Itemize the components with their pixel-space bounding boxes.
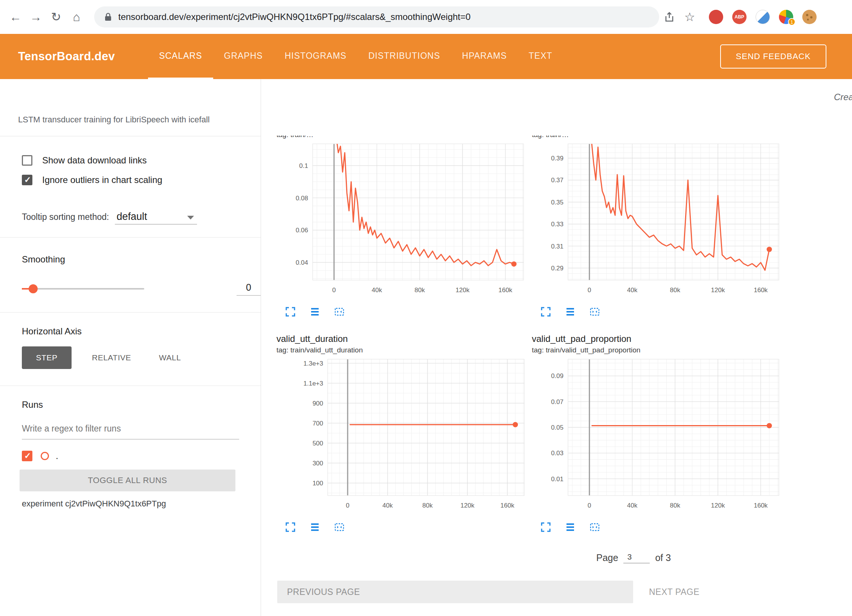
tooltip-sorting-dropdown[interactable]: default [115,211,197,224]
svg-text:700: 700 [313,420,323,427]
experiment-id: experiment cj2vtPiwQHKN9Q1tx6PTpg [22,499,261,509]
svg-text:300: 300 [313,460,323,467]
svg-text:0: 0 [588,502,591,509]
forward-icon[interactable]: → [26,7,46,27]
fit-domain-icon[interactable] [589,521,600,533]
svg-text:1.3e+3: 1.3e+3 [304,360,323,367]
chart-tag: tag: train/… [532,136,780,140]
svg-text:0.09: 0.09 [551,372,563,380]
created-row: Crea [261,79,852,136]
page-number-input[interactable] [623,552,650,563]
svg-text:120k: 120k [461,502,475,509]
chart-plot[interactable]: 0.090.070.050.030.01040k80k120k160k [532,355,780,514]
svg-text:40k: 40k [372,287,382,294]
smoothing-slider[interactable] [22,288,144,290]
run-color-swatch [41,452,49,460]
chart-card: tag: train/… 0.390.370.350.330.310.29040… [532,136,780,319]
share-icon[interactable] [659,7,679,27]
expand-chart-icon[interactable] [285,521,296,533]
svg-text:0.03: 0.03 [551,450,563,457]
data-list-icon[interactable] [309,306,321,317]
tab-scalars[interactable]: SCALARS [148,34,213,79]
home-icon[interactable]: ⌂ [66,7,87,27]
svg-text:40k: 40k [627,287,638,294]
blue-extension-icon[interactable] [756,10,770,24]
charts-scroll-area[interactable]: tag: train/… 0.10.080.060.04040k80k120k1… [261,136,852,616]
tab-distributions[interactable]: DISTRIBUTIONS [357,34,451,79]
svg-text:160k: 160k [498,287,512,294]
svg-text:40k: 40k [627,502,638,509]
tab-histograms[interactable]: HISTOGRAMS [274,34,357,79]
runs-filter-input[interactable] [22,420,239,439]
svg-text:0.05: 0.05 [551,424,563,431]
previous-page-button[interactable]: PREVIOUS PAGE [277,581,633,603]
show-download-links-label: Show data download links [42,155,147,166]
svg-text:0.31: 0.31 [551,243,563,250]
back-icon[interactable]: ← [5,7,26,27]
lock-icon [104,12,112,22]
ignore-outliers-row[interactable]: Ignore outliers in chart scaling [22,175,261,185]
abp-extension-icon[interactable]: ABP [732,10,747,24]
svg-text:0.37: 0.37 [551,177,563,184]
smoothing-label: Smoothing [22,254,261,265]
expand-chart-icon[interactable] [285,306,296,317]
svg-text:500: 500 [313,440,323,447]
svg-text:160k: 160k [754,287,768,294]
horizontal-axis-buttons: STEP RELATIVE WALL [22,346,261,369]
data-list-icon[interactable] [565,306,576,317]
cookie-extension-icon[interactable] [802,10,817,24]
ignore-outliers-label: Ignore outliers in chart scaling [42,175,162,185]
chart-plot[interactable]: 1.3e+31.1e+3900700500300100040k80k120k16… [276,355,525,514]
chart-plot[interactable]: 0.10.080.060.04040k80k120k160k [276,140,525,298]
smoothing-value-field[interactable]: 0 [237,282,261,296]
reload-icon[interactable]: ↻ [46,7,66,27]
data-list-icon[interactable] [565,521,576,533]
svg-text:1.1e+3: 1.1e+3 [304,380,323,387]
page-of-label: of 3 [655,552,671,563]
expand-chart-icon[interactable] [540,521,551,533]
svg-text:40k: 40k [382,502,393,509]
tab-hparams[interactable]: HPARAMS [451,34,518,79]
svg-text:0.06: 0.06 [296,227,308,234]
svg-text:100: 100 [313,480,323,487]
svg-text:0.35: 0.35 [551,199,563,206]
show-download-links-checkbox[interactable] [22,155,32,166]
next-page-button[interactable]: NEXT PAGE [647,581,702,603]
svg-text:80k: 80k [422,502,433,509]
runs-section-label: Runs [22,399,261,410]
run-row[interactable]: . [22,451,261,461]
svg-text:80k: 80k [670,502,681,509]
toggle-all-runs-button[interactable]: TOGGLE ALL RUNS [20,470,235,491]
svg-text:0: 0 [588,287,591,294]
run-checkbox[interactable] [22,451,32,461]
url-bar[interactable]: tensorboard.dev/experiment/cj2vtPiwQHKN9… [94,6,659,27]
svg-text:0.01: 0.01 [551,476,563,483]
bookmark-star-icon[interactable]: ☆ [679,7,700,27]
axis-wall-button[interactable]: WALL [151,346,188,369]
fit-domain-icon[interactable] [334,306,345,317]
axis-step-button[interactable]: STEP [22,346,72,369]
chart-plot[interactable]: 0.390.370.350.330.310.29040k80k120k160k [532,140,780,298]
main-content: Crea tag: train/… 0.10.080.060.04040k80k… [261,79,852,616]
tooltip-sorting-value: default [116,211,147,223]
adblock-extension-icon[interactable] [709,10,723,24]
fit-domain-icon[interactable] [589,306,600,317]
fit-domain-icon[interactable] [334,521,345,533]
smoothing-slider-thumb[interactable] [29,284,38,293]
chart-title: valid_utt_pad_proportion [532,333,780,345]
tab-graphs[interactable]: GRAPHS [213,34,274,79]
send-feedback-button[interactable]: SEND FEEDBACK [720,44,826,69]
app-header: TensorBoard.dev SCALARS GRAPHS HISTOGRAM… [0,34,852,79]
profile-avatar[interactable]: 1 [779,10,793,24]
axis-relative-button[interactable]: RELATIVE [84,346,139,369]
data-list-icon[interactable] [309,521,321,533]
profile-badge: 1 [788,18,796,26]
charts-grid: tag: train/… 0.10.080.060.04040k80k120k1… [276,136,852,548]
chart-card: tag: train/… 0.10.080.060.04040k80k120k1… [276,136,525,319]
url-text: tensorboard.dev/experiment/cj2vtPiwQHKN9… [118,12,470,22]
ignore-outliers-checkbox[interactable] [22,175,32,185]
chart-tag: tag: train/… [276,136,525,140]
expand-chart-icon[interactable] [540,306,551,317]
show-download-links-row[interactable]: Show data download links [22,155,261,166]
tab-text[interactable]: TEXT [518,34,563,79]
